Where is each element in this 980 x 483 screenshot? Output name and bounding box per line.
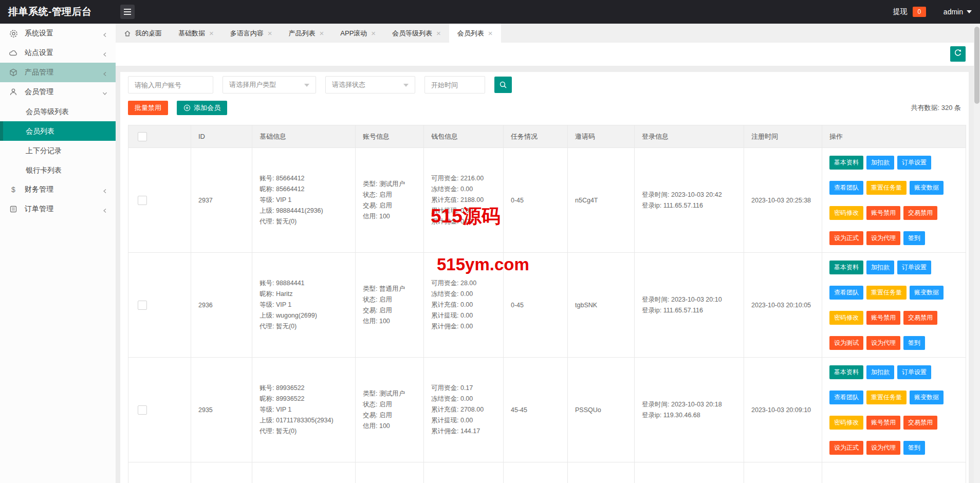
withdraw-link[interactable]: 提现 (893, 7, 908, 16)
member-id-cell: 2936 (191, 253, 252, 358)
account-search-input[interactable] (128, 76, 213, 94)
chevron-down-icon (102, 89, 107, 98)
tab-bar: 我的桌面 基础数据× 多语言内容× 产品列表× APP滚动× 会员等级列表× 会… (116, 24, 974, 43)
action-button[interactable]: 密码修改 (829, 311, 863, 325)
invite-code-cell (568, 462, 635, 483)
action-button[interactable]: 设为代理 (866, 441, 900, 455)
action-button[interactable]: 查看团队 (829, 181, 863, 195)
action-button[interactable]: 账号禁用 (866, 416, 900, 430)
tab-member-list[interactable]: 会员列表× (449, 24, 501, 43)
select-all-checkbox[interactable] (138, 132, 147, 141)
add-member-button[interactable]: 添加会员 (177, 101, 227, 115)
action-button[interactable]: 密码修改 (829, 206, 863, 220)
row-checkbox[interactable] (138, 301, 147, 310)
batch-disable-button[interactable]: 批量禁用 (128, 101, 168, 115)
action-button[interactable]: 重置任务量 (866, 286, 907, 300)
action-button[interactable]: 交易禁用 (903, 416, 937, 430)
sidebar-item-bank-card-list[interactable]: 银行卡列表 (0, 160, 116, 180)
action-button[interactable]: 交易禁用 (903, 311, 937, 325)
action-button-row: 基本资料加扣款订单设置 (829, 365, 963, 379)
row-checkbox[interactable] (138, 405, 147, 415)
sidebar-item-system-settings[interactable]: 系统设置 (0, 24, 116, 43)
action-button[interactable]: 订单设置 (897, 261, 931, 274)
close-icon[interactable]: × (371, 29, 376, 37)
action-button[interactable]: 账号禁用 (866, 206, 900, 220)
action-button[interactable]: 查看团队 (829, 391, 863, 404)
scrollbar-thumb[interactable] (974, 27, 979, 104)
sidebar-item-member-list[interactable]: 会员列表 (0, 121, 116, 141)
withdraw-badge[interactable]: 0 (913, 7, 926, 17)
login-info-cell (635, 462, 744, 483)
info-line: 累计充值: 0.00 (431, 300, 496, 310)
action-button[interactable]: 交易禁用 (903, 206, 937, 220)
info-line: 代理: 暂无(0) (260, 216, 348, 227)
sidebar-item-score-records[interactable]: 上下分记录 (0, 141, 116, 160)
start-time-input[interactable] (424, 76, 485, 94)
action-button[interactable]: 账号禁用 (866, 311, 900, 325)
refresh-button[interactable] (950, 46, 966, 62)
info-line: 交易: 启用 (363, 305, 416, 316)
tab-product-list[interactable]: 产品列表× (281, 24, 332, 43)
sidebar-item-product-management[interactable]: 产品管理 (0, 63, 116, 82)
action-button[interactable]: 基本资料 (829, 365, 863, 379)
user-menu[interactable]: admin (944, 8, 972, 16)
close-icon[interactable]: × (488, 29, 493, 37)
row-checkbox[interactable] (138, 196, 147, 205)
tab-member-level-list[interactable]: 会员等级列表× (384, 24, 449, 43)
vertical-scrollbar[interactable] (974, 24, 980, 483)
action-button[interactable]: 加扣款 (866, 156, 894, 170)
search-button[interactable] (494, 77, 512, 93)
close-icon[interactable]: × (268, 29, 272, 37)
action-button-row: 基本资料加扣款订单设置 (829, 261, 963, 274)
action-button[interactable]: 签到 (903, 441, 925, 455)
tab-my-desktop[interactable]: 我的桌面 (116, 24, 170, 43)
action-button[interactable]: 账变数据 (910, 181, 944, 195)
action-button[interactable]: 密码修改 (829, 416, 863, 430)
sidebar-item-member-management[interactable]: 会员管理 (0, 82, 116, 102)
action-button[interactable]: 设为正式 (829, 441, 863, 455)
sidebar-item-member-level-list[interactable]: 会员等级列表 (0, 102, 116, 121)
action-button[interactable]: 重置任务量 (866, 181, 907, 195)
action-button[interactable]: 加扣款 (866, 365, 894, 379)
tab-basic-data[interactable]: 基础数据× (170, 24, 222, 43)
info-line: 累计充值: 2188.00 (431, 195, 496, 206)
action-button[interactable]: 查看团队 (829, 286, 863, 300)
action-button[interactable]: 签到 (903, 336, 925, 350)
info-line: 交易: 启用 (363, 200, 416, 211)
info-line: 累计充值: 2708.00 (431, 404, 496, 415)
action-button[interactable]: 账变数据 (910, 391, 944, 404)
sidebar-item-finance-management[interactable]: $ 财务管理 (0, 180, 116, 199)
actions-cell: 基本资料加扣款订单设置查看团队重置任务量账变数据密码修改账号禁用交易禁用设为正式… (822, 358, 966, 462)
sidebar-item-order-management[interactable]: 订单管理 (0, 199, 116, 219)
sidebar-item-site-settings[interactable]: 站点设置 (0, 43, 116, 63)
hamburger-menu-button[interactable] (120, 5, 135, 19)
action-button[interactable]: 订单设置 (897, 365, 931, 379)
chevron-left-icon (102, 187, 107, 195)
tab-multilanguage[interactable]: 多语言内容× (222, 24, 281, 43)
info-line: 等级: VIP 1 (260, 300, 348, 310)
action-button[interactable]: 加扣款 (866, 261, 894, 274)
action-button[interactable]: 签到 (903, 231, 925, 245)
close-icon[interactable]: × (209, 29, 214, 37)
hamburger-icon (124, 9, 131, 10)
action-button[interactable]: 设为正式 (829, 231, 863, 245)
tab-app-scroll[interactable]: APP滚动× (332, 24, 384, 43)
action-button[interactable]: 基本资料 (829, 261, 863, 274)
table-row: 2935账号: 89936522昵称: 89936522等级: VIP 1上级:… (128, 358, 966, 462)
action-button[interactable]: 重置任务量 (866, 391, 907, 404)
action-button[interactable]: 基本资料 (829, 156, 863, 170)
chevron-down-icon (967, 10, 972, 13)
action-button[interactable]: 订单设置 (897, 156, 931, 170)
action-button-row: 基本资料加扣款订单设置 (829, 156, 963, 170)
action-button[interactable]: 设为代理 (866, 336, 900, 350)
close-icon[interactable]: × (436, 29, 441, 37)
user-type-select[interactable]: 请选择用户类型 (223, 76, 316, 94)
sidebar-item-label: 系统设置 (25, 29, 53, 38)
gear-icon (8, 29, 19, 38)
action-button[interactable]: 设为测试 (829, 336, 863, 350)
account-info-cell: 类型: 测试用户状态: 启用交易: 启用信用: 100 (356, 148, 424, 253)
status-select[interactable]: 请选择状态 (325, 76, 415, 94)
action-button[interactable]: 设为代理 (866, 231, 900, 245)
action-button[interactable]: 账变数据 (910, 286, 944, 300)
close-icon[interactable]: × (320, 29, 324, 37)
